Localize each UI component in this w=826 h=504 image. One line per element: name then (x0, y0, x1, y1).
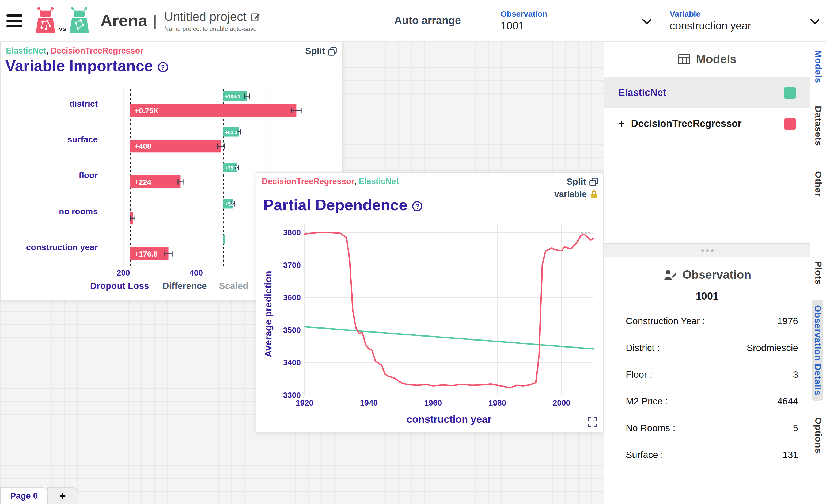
model-separator: , (354, 177, 359, 186)
importance-bar-elasticnet[interactable] (224, 235, 225, 244)
chevron-down-icon (810, 18, 820, 24)
split-button[interactable]: Split (567, 177, 598, 187)
add-page-button[interactable]: + (47, 488, 78, 504)
field-label: M2 Price : (626, 396, 668, 407)
pd-model-legend: DecisionTreeRegressor, ElasticNet (262, 177, 399, 186)
project-name[interactable]: Untitled project (164, 9, 246, 24)
split-label: Split (305, 46, 325, 57)
locked-variable[interactable]: variable (554, 189, 598, 199)
model-name: DecisionTreeRegressor (631, 118, 742, 129)
model-item-DecisionTreeRegressor[interactable]: +DecisionTreeRegressor (604, 108, 810, 139)
bar-value-label: +0.75K (135, 107, 159, 115)
vi-title: Variable Importance ? (5, 57, 168, 75)
split-label: Split (567, 177, 586, 187)
partial-dependence-window[interactable]: DecisionTreeRegressor, ElasticNet Split … (256, 172, 604, 432)
menu-button[interactable] (6, 11, 23, 30)
plot-canvas[interactable]: ElasticNet, DecisionTreeRegressor Split … (0, 42, 604, 504)
chevron-down-icon (642, 18, 651, 24)
field-label: District : (626, 342, 659, 354)
category-label: floor (79, 171, 98, 180)
top-bar: vs Arena | Untitled project Name pr (0, 0, 826, 42)
models-list: ElasticNet+DecisionTreeRegressor (604, 77, 810, 139)
x-tick-label: 2000 (553, 398, 570, 407)
x-tick-label: 1920 (296, 398, 313, 407)
x-tick-label: 1940 (360, 398, 378, 407)
copy-icon (328, 47, 337, 56)
split-button[interactable]: Split (305, 46, 337, 57)
x-axis-label: construction year (407, 414, 492, 425)
observation-field-row: Construction Year :1976 (604, 308, 810, 334)
page-tab-current[interactable]: Page 0 (0, 488, 48, 504)
bar-value-label: +108.4 (225, 94, 240, 99)
model-legend-ElasticNet: ElasticNet (359, 177, 399, 186)
x-axis-label[interactable]: Dropout Loss (90, 280, 149, 291)
help-icon[interactable]: ? (412, 201, 422, 211)
model-separator: , (46, 46, 51, 55)
project-hint: Name project to enable auto-save (164, 25, 261, 32)
logo: vs (34, 7, 91, 35)
y-tick-label: 3800 (283, 228, 301, 237)
variable-select[interactable]: Variable construction year (670, 9, 824, 32)
models-panel: Models ElasticNet+DecisionTreeRegressor (604, 42, 810, 243)
edit-project-icon[interactable] (251, 11, 261, 22)
category-label: no rooms (59, 206, 98, 216)
x-tick-label: 400 (189, 268, 203, 277)
models-panel-header: Models (604, 42, 810, 66)
panel-splitter[interactable] (604, 243, 810, 257)
project-block: Untitled project Name project to enable … (164, 9, 261, 32)
field-value: 4644 (777, 396, 798, 407)
x-axis-label[interactable]: Scaled (219, 280, 248, 291)
y-tick-label: 3300 (283, 391, 301, 399)
pd-title: Partial Dependence ? (263, 196, 422, 214)
model-color-chip (784, 117, 796, 130)
side-tab-strip: ModelsDatasetsOtherPlotsObservation Deta… (810, 42, 826, 504)
copy-icon (589, 178, 598, 186)
field-value: Srodmiescie (747, 342, 798, 354)
field-value: 5 (793, 423, 798, 434)
y-tick-label: 3400 (283, 358, 301, 367)
fullscreen-icon[interactable] (587, 417, 598, 428)
x-tick-label: 1980 (488, 398, 506, 407)
pink-robot-icon (34, 7, 57, 35)
bar-value-label: +82.3 (225, 130, 237, 135)
observation-id: 1001 (604, 291, 810, 302)
side-tab-observation-details[interactable]: Observation Details (812, 300, 823, 401)
observation-select-value: 1001 (500, 20, 638, 32)
field-label: No Rooms : (626, 423, 675, 434)
model-color-chip (784, 86, 796, 99)
category-label: district (69, 99, 98, 109)
side-tab-datasets[interactable]: Datasets (813, 106, 823, 146)
expand-model-button[interactable]: + (618, 117, 625, 130)
bar-value-label: +52.4 (225, 201, 237, 207)
y-tick-label: 3600 (283, 293, 301, 302)
model-legend-ElasticNet: ElasticNet (6, 46, 46, 55)
vi-model-legend: ElasticNet, DecisionTreeRegressor (6, 46, 143, 56)
observation-fields: Construction Year :1976District :Srodmie… (604, 308, 810, 468)
x-axis-label[interactable]: Difference (163, 280, 207, 291)
help-icon[interactable]: ? (158, 62, 168, 72)
category-label: surface (67, 135, 98, 144)
bar-value-label: +176.8 (135, 250, 158, 258)
side-tab-options[interactable]: Options (813, 417, 823, 453)
category-label: construction year (26, 242, 98, 252)
pd-line-DecisionTreeRegressor[interactable] (305, 233, 594, 388)
bar-value-label: +408 (135, 142, 152, 150)
y-tick-label: 3700 (283, 261, 301, 269)
person-edit-icon (663, 269, 677, 281)
y-axis-label: Average prediction (263, 271, 274, 357)
app-title: Arena (100, 11, 148, 30)
model-item-ElasticNet[interactable]: ElasticNet (604, 77, 810, 108)
x-tick-label: 200 (117, 268, 130, 277)
bar-value-label: +224 (135, 178, 152, 186)
observation-field-row: No Rooms :5 (604, 415, 810, 441)
auto-arrange-button[interactable]: Auto arrange (394, 14, 461, 27)
side-tab-plots[interactable]: Plots (813, 261, 823, 285)
side-tab-models[interactable]: Models (813, 50, 823, 83)
field-label: Floor : (626, 369, 652, 380)
field-value: 1976 (777, 315, 798, 327)
observation-panel: Observation 1001 Construction Year :1976… (604, 257, 810, 468)
side-tab-other[interactable]: Other (813, 171, 823, 197)
observation-panel-header: Observation (604, 257, 810, 282)
observation-field-row: Floor :3 (604, 361, 810, 388)
observation-select[interactable]: Observation 1001 (500, 9, 656, 32)
